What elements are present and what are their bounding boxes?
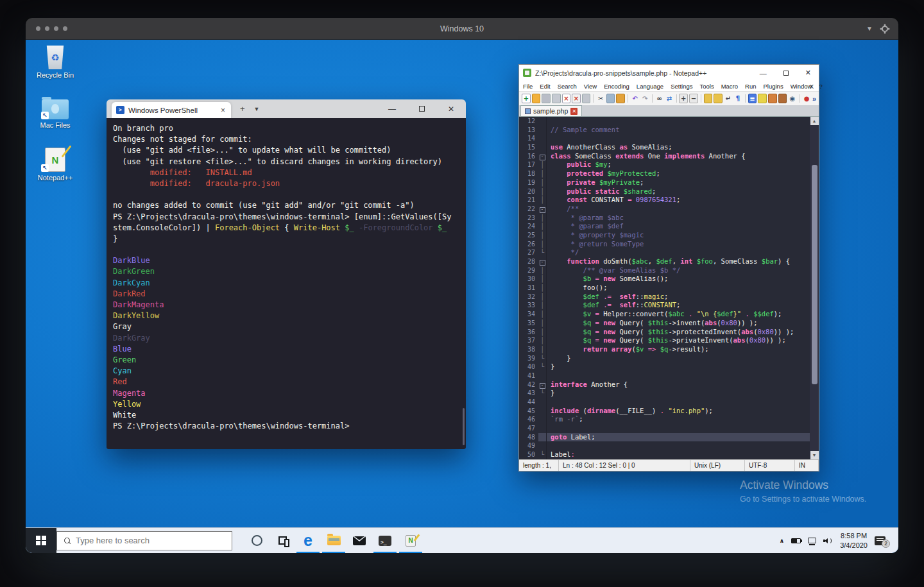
network-icon[interactable] xyxy=(808,538,816,543)
new-file-icon[interactable]: + xyxy=(522,94,531,103)
desktop-icon-mac-files[interactable]: ↖ Mac Files xyxy=(31,92,80,129)
word-wrap-icon[interactable]: ↵ xyxy=(724,94,732,103)
show-all-characters-icon[interactable]: ¶ xyxy=(733,94,742,103)
code-line: 13// Sample comment xyxy=(519,126,810,135)
terminal-line: White xyxy=(113,410,459,421)
terminal-titlebar[interactable]: > Windows PowerShell × + ▼ — ✕ xyxy=(107,99,466,118)
code-text: $q = new Query( $this->invent(abs(0x80))… xyxy=(546,319,810,328)
taskbar-app-notepadpp[interactable]: N xyxy=(398,528,424,554)
search-input[interactable] xyxy=(76,536,232,545)
terminal-line: Blue xyxy=(113,344,459,355)
saved-file-icon xyxy=(525,108,531,114)
fold-margin[interactable]: - xyxy=(538,257,546,266)
taskbar-app-edge[interactable]: e xyxy=(295,528,321,554)
taskbar-search[interactable] xyxy=(56,531,232,550)
taskbar-app-file-explorer[interactable] xyxy=(321,528,346,554)
zoom-out-icon[interactable]: − xyxy=(689,94,698,103)
toolbar-overflow-icon[interactable]: » xyxy=(812,95,816,103)
npp-close-button[interactable]: ✕ xyxy=(805,69,811,77)
code-editor[interactable]: 1213// Sample comment1415use AnotherClas… xyxy=(519,117,819,459)
scroll-down-icon[interactable]: ▼ xyxy=(810,451,819,459)
folder-as-workspace-icon[interactable] xyxy=(778,94,787,103)
notepadpp-app-icon xyxy=(523,69,531,77)
zoom-in-icon[interactable]: + xyxy=(679,94,688,103)
start-button[interactable] xyxy=(26,528,56,554)
taskbar-app-windows-terminal[interactable]: >_ xyxy=(372,528,398,554)
menu-item-run[interactable]: Run xyxy=(745,83,756,90)
notepadpp-titlebar[interactable]: Z:\Projects\dracula-pro-snippets\sample.… xyxy=(519,65,819,81)
fold-margin[interactable]: - xyxy=(538,152,546,161)
taskbar-app-cortana[interactable] xyxy=(244,528,270,554)
menu-item-plugins[interactable]: Plugins xyxy=(763,83,783,90)
code-line: 24│ * @param $def xyxy=(519,222,810,231)
record-macro-icon[interactable]: ● xyxy=(803,94,811,103)
menu-item-search[interactable]: Search xyxy=(558,83,577,90)
volume-icon[interactable] xyxy=(823,537,833,545)
terminal-minimize-button[interactable]: — xyxy=(377,99,407,118)
menu-item-window[interactable]: Window xyxy=(791,83,812,90)
fold-margin: └ xyxy=(538,389,546,398)
terminal-scrollbar[interactable] xyxy=(463,408,465,445)
menu-item-macro[interactable]: Macro xyxy=(721,83,738,90)
open-file-icon[interactable] xyxy=(532,94,541,103)
menu-item-settings[interactable]: Settings xyxy=(671,83,692,90)
chevron-down-icon[interactable]: ▼ xyxy=(254,106,260,112)
npp-maximize-button[interactable] xyxy=(783,71,789,76)
scroll-up-icon[interactable]: ▲ xyxy=(810,117,819,125)
desktop-icon-recycle-bin[interactable]: ♻ Recycle Bin xyxy=(31,42,80,79)
terminal-tab-powershell[interactable]: > Windows PowerShell × xyxy=(112,102,231,118)
sync-vertical-icon[interactable] xyxy=(704,94,713,103)
function-list-icon[interactable] xyxy=(768,94,777,103)
fold-margin xyxy=(538,117,546,126)
terminal-content[interactable]: On branch proChanges not staged for comm… xyxy=(107,118,466,449)
vm-dropdown-icon[interactable]: ▼ xyxy=(866,25,873,32)
menu-item-edit[interactable]: Edit xyxy=(540,83,550,90)
scrollbar-thumb[interactable] xyxy=(812,165,817,384)
menubar-close-icon[interactable]: X xyxy=(810,83,814,90)
new-tab-button[interactable]: + xyxy=(240,104,245,114)
fold-margin[interactable]: - xyxy=(538,205,546,214)
tab-close-icon[interactable]: × xyxy=(219,106,227,115)
close-document-icon[interactable]: × xyxy=(562,94,571,103)
save-icon[interactable] xyxy=(542,94,551,103)
monitoring-icon[interactable]: ◉ xyxy=(788,94,796,103)
find-icon[interactable]: ∞ xyxy=(655,94,663,103)
sync-horizontal-icon[interactable] xyxy=(714,94,723,103)
menu-item-[interactable]: ? xyxy=(819,83,822,90)
paste-icon[interactable] xyxy=(616,94,625,103)
menu-item-view[interactable]: View xyxy=(584,83,597,90)
taskbar-app-mail[interactable] xyxy=(346,528,372,554)
close-all-documents-icon[interactable]: × xyxy=(572,94,581,103)
copy-icon[interactable] xyxy=(606,94,615,103)
print-icon[interactable] xyxy=(582,94,591,103)
editor-scrollbar[interactable]: ▲ ▼ xyxy=(810,117,819,459)
fold-margin: │ xyxy=(538,240,546,249)
menu-item-file[interactable]: File xyxy=(523,83,533,90)
save-all-icon[interactable] xyxy=(552,94,561,103)
menu-item-language[interactable]: Language xyxy=(637,83,663,90)
terminal-close-button[interactable]: ✕ xyxy=(436,99,466,118)
replace-icon[interactable]: ⇄ xyxy=(665,94,673,103)
terminal-line: } xyxy=(113,234,459,244)
taskbar-app-task-view[interactable] xyxy=(270,528,295,554)
code-text: * @param $abc xyxy=(546,214,810,223)
npp-minimize-button[interactable]: — xyxy=(760,69,767,77)
document-map-icon[interactable] xyxy=(758,94,767,103)
undo-icon[interactable]: ↶ xyxy=(631,94,639,103)
windows-desktop[interactable]: ♻ Recycle Bin ↖ Mac Files N ↖ Notepad++ … xyxy=(26,40,898,553)
action-center-icon[interactable]: 2 xyxy=(875,536,886,545)
battery-icon[interactable] xyxy=(791,538,801,543)
taskbar-clock[interactable]: 8:58 PM 3/4/2020 xyxy=(840,531,868,550)
tab-close-icon[interactable]: ✕ xyxy=(570,108,578,115)
menu-item-tools[interactable]: Tools xyxy=(699,83,714,90)
indent-guide-icon[interactable]: ≡ xyxy=(748,94,757,103)
fold-margin[interactable]: - xyxy=(538,380,546,389)
hidden-icons-chevron[interactable]: ∧ xyxy=(780,538,784,544)
cut-icon[interactable]: ✂ xyxy=(596,94,604,103)
redo-icon[interactable]: ↷ xyxy=(640,94,649,103)
tab-sample-php[interactable]: sample.php ✕ xyxy=(520,105,582,116)
menu-item-encoding[interactable]: Encoding xyxy=(604,83,629,90)
terminal-maximize-button[interactable] xyxy=(407,99,436,118)
gear-icon[interactable] xyxy=(882,26,888,32)
desktop-icon-notepadpp[interactable]: N ↖ Notepad++ xyxy=(31,145,80,182)
